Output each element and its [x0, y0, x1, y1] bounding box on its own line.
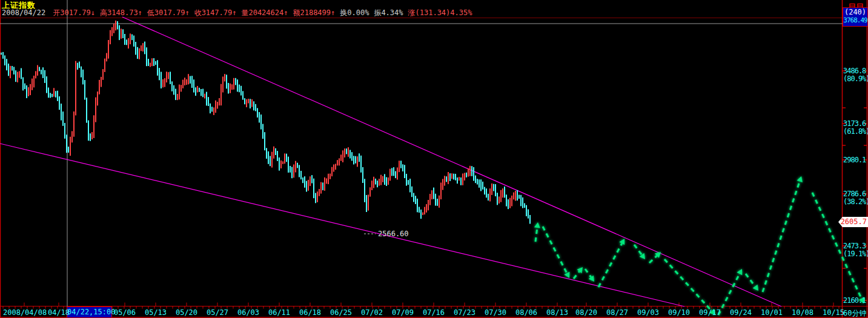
- x-axis-label: 2008/04/08: [3, 308, 47, 317]
- field-低: 低3017.79↑: [147, 8, 190, 17]
- last-price-tag: 2605.7: [838, 217, 868, 227]
- field-换: 换0.00%: [340, 8, 369, 17]
- x-axis-label: 10/08: [792, 308, 813, 317]
- x-axis-label: 07/30: [485, 308, 506, 317]
- candles: [1, 21, 531, 224]
- y-axis-fib-pct: (61.8%): [843, 128, 868, 136]
- x-axis-label: 06/18: [299, 308, 321, 317]
- ohlc-info-bar: 2008/04/22开3017.79↓高3148.73↑低3017.79↑收31…: [2, 8, 477, 17]
- scale-max-label: 3768.49: [843, 16, 867, 25]
- x-axis-label: 05/20: [176, 308, 197, 317]
- x-axis-label: 08/20: [575, 308, 597, 317]
- trendline: [122, 17, 781, 306]
- x-axis-label: 05/06: [114, 308, 136, 317]
- y-axis-fib-pct: (38.2%): [843, 198, 868, 206]
- y-axis-fib-pct: (80.9%): [843, 75, 868, 83]
- cursor-date-label: 2008/04/22: [2, 8, 45, 17]
- chart-canvas[interactable]: 2566.60: [0, 0, 868, 318]
- x-axis-label: 07/16: [423, 308, 445, 317]
- y-axis-label: 2160.1: [843, 297, 868, 305]
- period-box[interactable]: (240) 3768.49: [843, 7, 868, 27]
- field-量: 量20424624↑: [241, 8, 288, 17]
- field-高: 高3148.73↑: [100, 8, 142, 17]
- x-axis-label: 06/25: [330, 308, 352, 317]
- x-axis-label: 05/27: [207, 308, 228, 317]
- x-axis-label: 10/15: [823, 308, 844, 317]
- field-涨: 涨(131.34)4.35%: [408, 8, 472, 17]
- x-axis-label: 09/10: [668, 308, 690, 317]
- period-label: (240): [843, 8, 867, 16]
- x-axis-label: 04/18: [48, 308, 70, 317]
- low-price-annotation: 2566.60: [378, 230, 409, 238]
- field-额: 额2188499↑: [293, 8, 335, 17]
- field-开: 开3017.79↓: [53, 8, 95, 17]
- y-axis-fib-pct: (19.1%): [843, 250, 868, 258]
- x-axis-label: 09/17: [699, 308, 721, 317]
- field-收: 收3147.79↑: [194, 8, 237, 17]
- trendline: [0, 144, 684, 306]
- stock-chart-app: 2566.60 上证指数 2008/04/22开3017.79↓高3148.73…: [0, 0, 868, 318]
- x-axis-label: 09/24: [730, 308, 752, 317]
- x-axis-label: 06/03: [237, 308, 259, 317]
- field-振: 振4.34%: [374, 8, 403, 17]
- x-axis-label: 10/01: [761, 308, 783, 317]
- y-axis-label: 2980.1: [843, 156, 868, 164]
- x-axis-label: 08/13: [546, 308, 568, 317]
- x-axis-label: 08/06: [515, 308, 537, 317]
- x-axis-label: 07/09: [392, 308, 414, 317]
- x-axis-label: 07/02: [361, 308, 383, 317]
- x-axis-label: 08/27: [606, 308, 628, 317]
- x-axis-label: 06/11: [268, 308, 290, 317]
- x-axis-label: 05/13: [145, 308, 167, 317]
- projection-arrows: [534, 176, 864, 315]
- crosshair-date-tag: 04/22,15:00: [67, 306, 112, 318]
- x-axis-label: 07/23: [454, 308, 475, 317]
- x-axis-label: 09/03: [637, 308, 659, 317]
- timeframe-label[interactable]: 60分钟: [843, 308, 866, 318]
